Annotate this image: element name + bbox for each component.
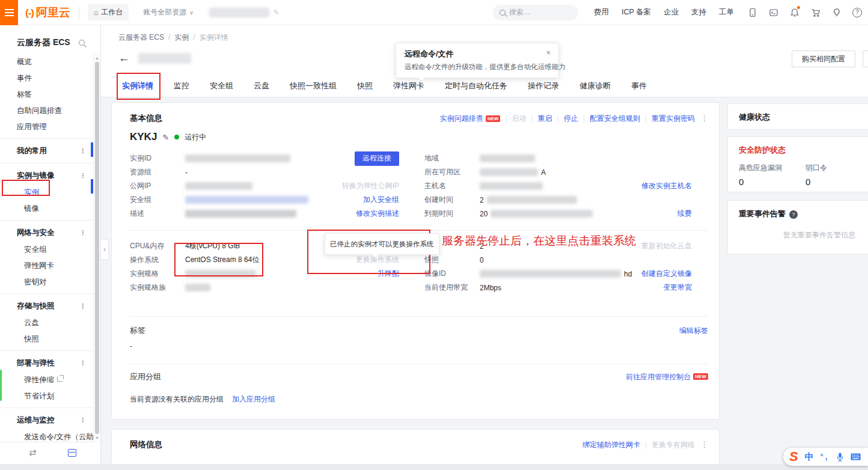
tab-monitor[interactable]: 监控 <box>164 76 200 97</box>
configure-sg-rules-link[interactable]: 配置安全组规则 <box>590 114 640 124</box>
sidebar-group-deploy-elasticity[interactable]: 部署与弹性 ⋮ <box>0 354 93 372</box>
sidebar-item-instances[interactable]: 实例 <box>0 185 93 201</box>
microphone-icon[interactable] <box>836 453 844 462</box>
sidebar-scrollbar[interactable]: ▲ ▼ <box>93 54 100 442</box>
sidebar-item-snapshots[interactable]: 快照 <box>0 331 93 347</box>
scroll-up-icon[interactable]: ▲ <box>94 56 100 60</box>
edit-name-pencil-icon[interactable]: ✎ <box>162 133 169 142</box>
kebab-icon[interactable]: ⋮ <box>79 229 86 237</box>
change-bandwidth-link[interactable]: 变更带宽 <box>663 282 692 293</box>
menu-item-support[interactable]: 支持 <box>691 7 706 17</box>
breadcrumb-ecs[interactable]: 云服务器 ECS <box>118 33 164 41</box>
mobile-app-icon[interactable] <box>747 7 757 17</box>
tab-eni[interactable]: 弹性网卡 <box>383 76 435 97</box>
tab-scheduled-tasks[interactable]: 定时与自动化任务 <box>435 76 518 97</box>
sidebar-item-troubleshoot[interactable]: 自助问题排查 <box>0 103 93 119</box>
tab-snapshot-group[interactable]: 快照一致性组 <box>280 76 347 97</box>
tab-security-group[interactable]: 安全组 <box>200 76 243 97</box>
refresh-button[interactable]: 刷新 <box>863 50 868 67</box>
kebab-icon[interactable]: ⋮ <box>79 147 86 155</box>
sidebar-item-images[interactable]: 镜像 <box>0 201 93 217</box>
snapshot-count-link[interactable]: 0 <box>480 256 484 264</box>
instance-status: 运行中 <box>185 132 206 142</box>
lightbulb-icon[interactable] <box>831 7 842 17</box>
sidebar-item-disks[interactable]: 云盘 <box>0 315 93 331</box>
upgrade-downgrade-link[interactable]: 升降配 <box>377 269 399 279</box>
sidebar-group-ops-monitoring[interactable]: 运维与监控 ⋮ <box>0 411 93 429</box>
account-scope-dropdown[interactable]: 账号全部资源 ∨ <box>143 7 194 17</box>
sidebar-item-autoscaling[interactable]: 弹性伸缩 <box>0 372 93 388</box>
tab-snapshot[interactable]: 快照 <box>347 76 383 97</box>
notifications-bell-icon[interactable] <box>789 7 799 17</box>
hamburger-menu-button[interactable] <box>0 0 18 25</box>
reboot-link[interactable]: 重启 <box>538 114 552 124</box>
create-custom-image-link[interactable]: 创建自定义镜像 <box>641 269 692 279</box>
workbench-button[interactable]: ⌂ 工作台 <box>88 4 129 20</box>
cart-icon[interactable] <box>810 7 821 17</box>
region-redacted <box>480 154 535 162</box>
menu-item-fee[interactable]: 费用 <box>594 7 609 17</box>
question-icon[interactable]: ? <box>789 210 798 219</box>
sidebar-scrollbar-thumb[interactable] <box>95 62 99 434</box>
ime-punctuation-toggle[interactable]: °， <box>821 452 830 462</box>
sidebar-divider <box>0 220 93 221</box>
tab-disk[interactable]: 云盘 <box>243 76 280 97</box>
renew-link[interactable]: 续费 <box>677 209 692 219</box>
cloudshell-icon[interactable] <box>768 7 778 17</box>
tab-instance-detail[interactable]: 实例详情 <box>112 76 164 97</box>
field-expire-time: 到期时间 20 续费 <box>424 207 692 221</box>
sidebar-item-tags[interactable]: 标签 <box>0 87 93 103</box>
collapse-panel-icon[interactable] <box>68 449 76 457</box>
sidebar-item-app-management[interactable]: 应用管理 <box>0 119 93 135</box>
edit-hostname-link[interactable]: 修改实例主机名 <box>641 181 692 191</box>
diagnose-link[interactable]: 实例问题排查 <box>440 114 483 124</box>
back-arrow-icon[interactable]: ← <box>118 52 130 65</box>
more-actions-kebab-icon[interactable]: ⋮ <box>701 441 708 449</box>
buy-same-config-button[interactable]: 购买相同配置 <box>792 50 855 67</box>
reset-password-link[interactable]: 重置实例密码 <box>652 114 695 124</box>
kebab-icon[interactable]: ⋮ <box>79 359 86 367</box>
sidebar-group-storage-snapshots[interactable]: 存储与快照 ⋮ <box>0 297 93 315</box>
stop-link[interactable]: 停止 <box>564 114 578 124</box>
tab-events[interactable]: 事件 <box>621 76 657 97</box>
sidebar-search-icon[interactable] <box>79 40 85 46</box>
menu-item-ticket[interactable]: 工单 <box>719 7 734 17</box>
close-icon[interactable]: × <box>546 48 551 57</box>
sidebar-item-savings-plan[interactable]: 节省计划 <box>0 388 93 404</box>
more-actions-kebab-icon[interactable]: ⋮ <box>701 114 708 123</box>
sidebar-item-security-groups[interactable]: 安全组 <box>0 242 93 258</box>
sidebar-item-overview[interactable]: 概览 <box>0 54 93 70</box>
edit-description-link[interactable]: 修改实例描述 <box>356 209 399 219</box>
sogou-logo[interactable]: S <box>789 450 798 463</box>
menu-item-enterprise[interactable]: 企业 <box>664 7 679 17</box>
swap-icon[interactable]: ⇄ <box>29 447 37 458</box>
sidebar-item-events[interactable]: 事件 <box>0 70 93 87</box>
help-icon[interactable]: ? <box>852 8 862 17</box>
breadcrumb-instances[interactable]: 实例 <box>174 33 189 41</box>
sidebar-group-favorites[interactable]: 我的常用 ⋮ <box>0 142 93 160</box>
sidebar-group-instances-images[interactable]: 实例与镜像 ⋮ <box>0 166 93 185</box>
kebab-icon[interactable]: ⋮ <box>79 302 86 310</box>
join-app-group-link[interactable]: 加入应用分组 <box>232 394 275 404</box>
weak-password-cell: 弱口令 0 <box>805 163 868 187</box>
aliyun-logo[interactable]: (-) 阿里云 <box>25 5 70 20</box>
kebab-icon[interactable]: ⋮ <box>79 172 86 180</box>
sidebar-item-eni[interactable]: 弹性网卡 <box>0 258 93 274</box>
global-search-input[interactable]: 搜索... <box>493 5 578 20</box>
ime-mode-chinese[interactable]: 中 <box>805 451 814 463</box>
tab-operation-log[interactable]: 操作记录 <box>518 76 569 97</box>
tab-health-check[interactable]: 健康诊断 <box>569 76 621 97</box>
keyboard-icon[interactable] <box>851 453 861 460</box>
menu-item-icp[interactable]: ICP 备案 <box>622 7 651 17</box>
join-security-group-link[interactable]: 加入安全组 <box>363 195 399 205</box>
goto-app-console-link[interactable]: 前往应用管理控制台 <box>626 373 691 381</box>
account-edit-icon[interactable]: ✎ <box>274 8 279 16</box>
sidebar-collapse-handle[interactable]: ‹ <box>101 239 109 260</box>
sidebar-item-keypairs[interactable]: 密钥对 <box>0 274 93 290</box>
scroll-down-icon[interactable]: ▼ <box>94 436 100 440</box>
remote-connect-button[interactable]: 远程连接 <box>355 151 399 166</box>
kebab-icon[interactable]: ⋮ <box>79 417 86 424</box>
sidebar-group-network-security[interactable]: 网络与安全 ⋮ <box>0 224 93 242</box>
edit-tags-link[interactable]: 编辑标签 <box>679 326 708 336</box>
bind-secondary-eni-link[interactable]: 绑定辅助弹性网卡 <box>582 440 640 450</box>
